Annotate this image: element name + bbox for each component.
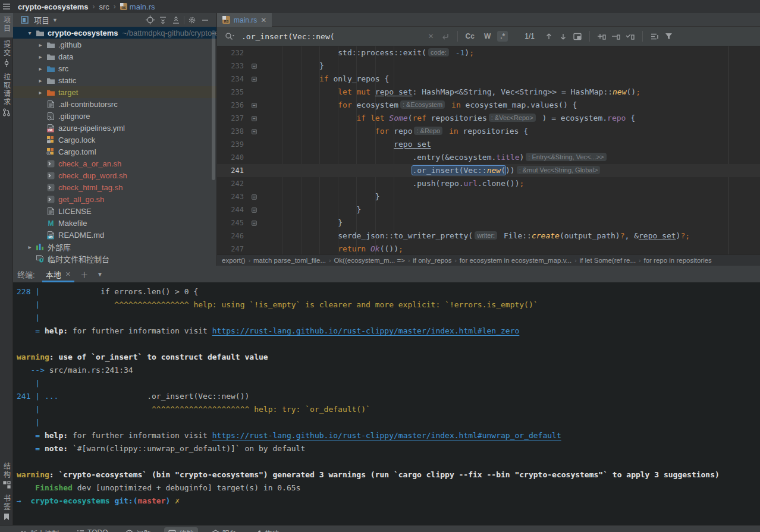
fold-marker[interactable]: − [244, 190, 263, 203]
tree-item[interactable]: ▸target [13, 86, 216, 98]
line-number[interactable]: 243 [217, 190, 244, 203]
tree-scrollbar[interactable] [212, 30, 215, 180]
fold-marker[interactable]: − [244, 125, 263, 138]
search-icon[interactable] [222, 30, 237, 43]
prev-match-icon[interactable] [542, 30, 556, 43]
fold-icon[interactable]: − [252, 207, 257, 213]
open-results-icon[interactable] [570, 30, 585, 43]
line-number[interactable]: 241 [217, 164, 244, 177]
tool-window-button-services[interactable]: 服务 [208, 527, 241, 532]
tree-item[interactable]: ▾crypto-ecosystems~/battmdpkq-github/cry… [13, 27, 216, 39]
fold-marker[interactable]: − [244, 59, 263, 73]
line-number[interactable]: 244 [217, 203, 244, 216]
fold-icon[interactable]: − [252, 221, 257, 226]
code-line[interactable]: 241 .or_insert(Vec::new()): &mut Vec<Str… [217, 164, 760, 177]
code-line[interactable]: 243− } [217, 190, 760, 203]
chevron-right-icon[interactable]: ▸ [25, 244, 34, 250]
filter-icon[interactable] [662, 30, 676, 43]
terminal-link[interactable]: https://rust-lang.github.io/rust-clippy/… [212, 326, 520, 335]
fold-icon[interactable]: − [252, 77, 257, 82]
line-number[interactable]: 234 [217, 73, 244, 86]
line-number[interactable]: 232 [217, 46, 244, 59]
code-line[interactable]: 245− } [217, 216, 760, 229]
line-number[interactable]: 239 [217, 138, 244, 151]
chevron-right-icon[interactable]: ▸ [36, 53, 45, 60]
tree-item[interactable]: YMLazure-pipelines.yml [13, 122, 216, 134]
code-editor[interactable]: 232 std::process::exit(code: -1);233− }2… [217, 46, 760, 254]
tree-item[interactable]: .all-contributorsrc [13, 98, 216, 110]
fold-icon[interactable]: − [252, 103, 257, 108]
locate-icon[interactable] [143, 14, 156, 26]
code-line[interactable]: 246 serde_json::to_writer_pretty(writer:… [217, 229, 760, 243]
tree-item[interactable]: Cargo.lock [13, 134, 216, 146]
settings-icon[interactable] [186, 14, 199, 26]
breadcrumb-item[interactable]: for ecosystem in ecosystem_map.v... [460, 257, 571, 264]
tool-window-button-todo[interactable]: TODO [73, 527, 112, 532]
tree-item[interactable]: ▸src [13, 62, 216, 74]
tool-window-button-problems[interactable]: 问题 [121, 527, 155, 532]
tree-item[interactable]: LICENSE [13, 205, 216, 217]
fold-icon[interactable]: − [252, 194, 257, 200]
fold-marker[interactable]: − [244, 99, 263, 112]
expand-all-icon[interactable] [156, 14, 169, 26]
code-line[interactable]: 236− for ecosystem: &Ecosystem in ecosys… [217, 99, 760, 112]
breadcrumb-item[interactable]: src [99, 2, 109, 11]
line-number[interactable]: 240 [217, 151, 244, 164]
code-line[interactable]: 240 .entry(&ecosystem.title): Entry<&Str… [217, 151, 760, 164]
project-panel-title[interactable]: 项目 [34, 14, 49, 26]
code-line[interactable]: 235 let mut repo_set: HashMap<&String, V… [217, 86, 760, 99]
chevron-down-icon[interactable]: ▼ [52, 17, 58, 23]
select-all-occurrences-icon[interactable] [623, 30, 637, 43]
code-line[interactable]: 238− for repo: &Repo in repositories { [217, 125, 760, 138]
terminal-output[interactable]: 228 | if errors.len() > 0 { | ^^^^^^^^^^… [13, 282, 760, 508]
search-toggle-W[interactable]: W [481, 31, 494, 42]
tool-window-button-terminal[interactable]: 终端 [164, 527, 197, 532]
tree-item[interactable]: ▸外部库 [13, 241, 216, 253]
search-input[interactable]: .or_insert(Vec::new( [241, 32, 335, 41]
terminal-tab-local[interactable]: 本地 ✕ [40, 266, 77, 282]
tool-window-button-vcs[interactable]: 版本控制 [15, 527, 63, 532]
new-terminal-icon[interactable]: ＋ [77, 269, 92, 280]
hide-icon[interactable] [199, 14, 212, 26]
line-number[interactable]: 238 [217, 125, 244, 138]
tree-item[interactable]: check_dup_word.sh [13, 169, 216, 181]
tree-item[interactable]: check_a_or_an.sh [13, 158, 216, 169]
line-number[interactable]: 247 [217, 243, 244, 254]
next-match-icon[interactable] [556, 30, 570, 43]
tool-window-button-build[interactable]: 构建 [250, 527, 284, 532]
chevron-right-icon[interactable]: ▸ [36, 89, 45, 96]
breadcrumb-item[interactable]: Ok((ecosystem_m... => [334, 257, 405, 264]
line-number[interactable]: 242 [217, 177, 244, 190]
breadcrumb-item[interactable]: for repo in repositories [643, 257, 711, 264]
tree-item[interactable]: Cargo.toml [13, 146, 216, 158]
line-number[interactable]: 236 [217, 99, 244, 112]
chevron-down-icon[interactable]: ▾ [25, 30, 34, 36]
tree-item[interactable]: get_all_go.sh [13, 193, 216, 205]
breadcrumb-item[interactable]: RSmain.rs [120, 2, 155, 11]
close-icon[interactable]: ✕ [260, 16, 266, 24]
chevron-down-icon[interactable]: ▼ [92, 271, 108, 278]
breadcrumb-item[interactable]: if let Some(ref re... [580, 257, 636, 264]
clear-search-icon[interactable]: ✕ [424, 30, 438, 43]
code-line[interactable]: 242 .push(repo.url.clone()); [217, 177, 760, 190]
tab-main-rs[interactable]: RS main.rs ✕ [217, 13, 272, 27]
line-number[interactable]: 246 [217, 229, 244, 243]
stripe-item-commit[interactable]: 提交 [0, 37, 13, 70]
tree-item[interactable]: .gitignore [13, 110, 216, 122]
code-line[interactable]: 233− } [217, 59, 760, 73]
terminal-link[interactable]: https://rust-lang.github.io/rust-clippy/… [212, 431, 561, 440]
remove-occurrence-icon[interactable] [609, 30, 623, 43]
code-line[interactable]: 234− if only_repos { [217, 73, 760, 86]
chevron-right-icon[interactable]: ▸ [36, 42, 45, 48]
fold-marker[interactable]: − [244, 216, 263, 229]
line-number[interactable]: 237 [217, 112, 244, 125]
fold-icon[interactable]: − [252, 64, 257, 69]
search-options-icon[interactable] [648, 30, 662, 43]
search-toggle-Cc[interactable]: Cc [463, 31, 478, 42]
tree-item[interactable]: MMakefile [13, 217, 216, 229]
fold-marker[interactable]: − [244, 203, 263, 216]
line-number[interactable]: 233 [217, 59, 244, 73]
collapse-all-icon[interactable] [169, 14, 183, 26]
add-occurrence-icon[interactable] [595, 30, 609, 43]
breadcrumb-item[interactable]: crypto-ecosystems [18, 2, 89, 11]
